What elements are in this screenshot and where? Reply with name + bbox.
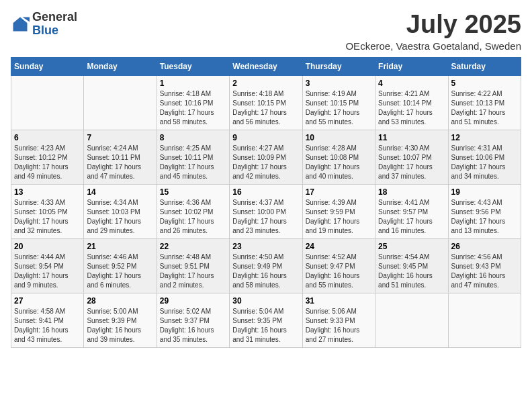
day-number: 2 bbox=[232, 79, 299, 88]
weekday-header-monday: Monday bbox=[84, 57, 157, 75]
day-number: 19 bbox=[451, 187, 518, 197]
day-content: Sunrise: 4:54 AM Sunset: 9:45 PM Dayligh… bbox=[378, 253, 445, 290]
title-block: July 2025 OEckeroe, Vaestra Goetaland, S… bbox=[345, 11, 521, 52]
day-content: Sunrise: 4:22 AM Sunset: 10:13 PM Daylig… bbox=[451, 89, 518, 127]
weekday-header-friday: Friday bbox=[375, 57, 448, 75]
calendar-cell: 2Sunrise: 4:18 AM Sunset: 10:15 PM Dayli… bbox=[230, 75, 302, 130]
calendar-cell bbox=[375, 293, 448, 347]
calendar-cell: 27Sunrise: 4:58 AM Sunset: 9:41 PM Dayli… bbox=[11, 293, 84, 347]
calendar-cell: 30Sunrise: 5:04 AM Sunset: 9:35 PM Dayli… bbox=[230, 293, 302, 347]
weekday-header-saturday: Saturday bbox=[448, 57, 521, 75]
calendar-cell: 14Sunrise: 4:34 AM Sunset: 10:03 PM Dayl… bbox=[84, 184, 157, 238]
day-number: 11 bbox=[378, 133, 445, 142]
weekday-header-tuesday: Tuesday bbox=[157, 57, 229, 75]
weekday-header-thursday: Thursday bbox=[302, 57, 375, 75]
calendar-cell: 29Sunrise: 5:02 AM Sunset: 9:37 PM Dayli… bbox=[157, 293, 229, 347]
day-content: Sunrise: 4:23 AM Sunset: 10:12 PM Daylig… bbox=[14, 144, 81, 181]
day-content: Sunrise: 4:37 AM Sunset: 10:00 PM Daylig… bbox=[232, 198, 299, 236]
calendar-cell: 1Sunrise: 4:18 AM Sunset: 10:16 PM Dayli… bbox=[157, 75, 229, 130]
day-content: Sunrise: 4:50 AM Sunset: 9:49 PM Dayligh… bbox=[232, 253, 299, 290]
day-content: Sunrise: 4:52 AM Sunset: 9:47 PM Dayligh… bbox=[306, 253, 372, 290]
day-content: Sunrise: 4:24 AM Sunset: 10:11 PM Daylig… bbox=[87, 144, 153, 181]
day-number: 14 bbox=[87, 187, 153, 197]
calendar-cell: 10Sunrise: 4:28 AM Sunset: 10:08 PM Dayl… bbox=[302, 130, 375, 184]
calendar-cell: 15Sunrise: 4:36 AM Sunset: 10:02 PM Dayl… bbox=[157, 184, 229, 238]
day-number: 26 bbox=[451, 242, 518, 251]
calendar-cell: 9Sunrise: 4:27 AM Sunset: 10:09 PM Dayli… bbox=[230, 130, 302, 184]
calendar-week-4: 20Sunrise: 4:44 AM Sunset: 9:54 PM Dayli… bbox=[11, 238, 521, 293]
day-number: 30 bbox=[232, 296, 299, 306]
calendar-table: SundayMondayTuesdayWednesdayThursdayFrid… bbox=[11, 57, 521, 348]
day-content: Sunrise: 4:30 AM Sunset: 10:07 PM Daylig… bbox=[378, 144, 445, 181]
calendar-cell bbox=[448, 293, 521, 347]
day-content: Sunrise: 4:34 AM Sunset: 10:03 PM Daylig… bbox=[87, 198, 153, 236]
day-content: Sunrise: 5:02 AM Sunset: 9:37 PM Dayligh… bbox=[160, 307, 226, 345]
day-content: Sunrise: 4:36 AM Sunset: 10:02 PM Daylig… bbox=[160, 198, 226, 236]
day-number: 9 bbox=[232, 133, 299, 142]
day-content: Sunrise: 5:06 AM Sunset: 9:33 PM Dayligh… bbox=[306, 307, 372, 345]
calendar-cell: 31Sunrise: 5:06 AM Sunset: 9:33 PM Dayli… bbox=[302, 293, 375, 347]
calendar-cell: 24Sunrise: 4:52 AM Sunset: 9:47 PM Dayli… bbox=[302, 238, 375, 293]
month-title: July 2025 bbox=[345, 11, 521, 39]
day-number: 12 bbox=[451, 133, 518, 142]
calendar-week-1: 1Sunrise: 4:18 AM Sunset: 10:16 PM Dayli… bbox=[11, 75, 521, 130]
day-content: Sunrise: 4:39 AM Sunset: 9:59 PM Dayligh… bbox=[306, 198, 372, 236]
calendar-cell: 11Sunrise: 4:30 AM Sunset: 10:07 PM Dayl… bbox=[375, 130, 448, 184]
logo-icon bbox=[11, 15, 30, 34]
day-number: 17 bbox=[306, 187, 372, 197]
day-number: 27 bbox=[14, 296, 81, 306]
calendar-cell: 18Sunrise: 4:41 AM Sunset: 9:57 PM Dayli… bbox=[375, 184, 448, 238]
day-content: Sunrise: 4:46 AM Sunset: 9:52 PM Dayligh… bbox=[87, 253, 153, 290]
day-number: 10 bbox=[306, 133, 372, 142]
calendar-cell: 8Sunrise: 4:25 AM Sunset: 10:11 PM Dayli… bbox=[157, 130, 229, 184]
logo: General Blue bbox=[11, 11, 77, 38]
day-number: 22 bbox=[160, 242, 226, 251]
day-number: 18 bbox=[378, 187, 445, 197]
calendar-cell: 21Sunrise: 4:46 AM Sunset: 9:52 PM Dayli… bbox=[84, 238, 157, 293]
day-number: 1 bbox=[160, 79, 226, 88]
day-number: 3 bbox=[306, 79, 372, 88]
calendar-cell bbox=[11, 75, 84, 130]
day-number: 16 bbox=[232, 187, 299, 197]
calendar-cell: 23Sunrise: 4:50 AM Sunset: 9:49 PM Dayli… bbox=[230, 238, 302, 293]
day-number: 29 bbox=[160, 296, 226, 306]
calendar-cell: 12Sunrise: 4:31 AM Sunset: 10:06 PM Dayl… bbox=[448, 130, 521, 184]
day-number: 8 bbox=[160, 133, 226, 142]
page-header: General Blue July 2025 OEckeroe, Vaestra… bbox=[11, 11, 521, 52]
logo-general-text: General bbox=[32, 10, 77, 24]
calendar-cell: 20Sunrise: 4:44 AM Sunset: 9:54 PM Dayli… bbox=[11, 238, 84, 293]
day-content: Sunrise: 5:00 AM Sunset: 9:39 PM Dayligh… bbox=[87, 307, 153, 345]
location-title: OEckeroe, Vaestra Goetaland, Sweden bbox=[345, 40, 521, 52]
calendar-cell: 5Sunrise: 4:22 AM Sunset: 10:13 PM Dayli… bbox=[448, 75, 521, 130]
day-number: 5 bbox=[451, 79, 518, 88]
day-content: Sunrise: 4:18 AM Sunset: 10:15 PM Daylig… bbox=[232, 89, 299, 127]
day-content: Sunrise: 4:27 AM Sunset: 10:09 PM Daylig… bbox=[232, 144, 299, 181]
day-number: 21 bbox=[87, 242, 153, 251]
day-content: Sunrise: 4:56 AM Sunset: 9:43 PM Dayligh… bbox=[451, 253, 518, 290]
logo-blue-text: Blue bbox=[32, 24, 58, 37]
calendar-week-2: 6Sunrise: 4:23 AM Sunset: 10:12 PM Dayli… bbox=[11, 130, 521, 184]
calendar-cell bbox=[84, 75, 157, 130]
day-number: 23 bbox=[232, 242, 299, 251]
weekday-header-row: SundayMondayTuesdayWednesdayThursdayFrid… bbox=[11, 57, 521, 75]
calendar-cell: 19Sunrise: 4:43 AM Sunset: 9:56 PM Dayli… bbox=[448, 184, 521, 238]
calendar-cell: 26Sunrise: 4:56 AM Sunset: 9:43 PM Dayli… bbox=[448, 238, 521, 293]
calendar-cell: 7Sunrise: 4:24 AM Sunset: 10:11 PM Dayli… bbox=[84, 130, 157, 184]
day-content: Sunrise: 4:41 AM Sunset: 9:57 PM Dayligh… bbox=[378, 198, 445, 236]
day-content: Sunrise: 5:04 AM Sunset: 9:35 PM Dayligh… bbox=[232, 307, 299, 345]
day-content: Sunrise: 4:28 AM Sunset: 10:08 PM Daylig… bbox=[306, 144, 372, 181]
day-number: 20 bbox=[14, 242, 81, 251]
day-number: 15 bbox=[160, 187, 226, 197]
calendar-cell: 13Sunrise: 4:33 AM Sunset: 10:05 PM Dayl… bbox=[11, 184, 84, 238]
calendar-cell: 28Sunrise: 5:00 AM Sunset: 9:39 PM Dayli… bbox=[84, 293, 157, 347]
calendar-cell: 16Sunrise: 4:37 AM Sunset: 10:00 PM Dayl… bbox=[230, 184, 302, 238]
day-content: Sunrise: 4:48 AM Sunset: 9:51 PM Dayligh… bbox=[160, 253, 226, 290]
calendar-cell: 25Sunrise: 4:54 AM Sunset: 9:45 PM Dayli… bbox=[375, 238, 448, 293]
day-content: Sunrise: 4:31 AM Sunset: 10:06 PM Daylig… bbox=[451, 144, 518, 181]
calendar-cell: 17Sunrise: 4:39 AM Sunset: 9:59 PM Dayli… bbox=[302, 184, 375, 238]
day-number: 4 bbox=[378, 79, 445, 88]
day-content: Sunrise: 4:21 AM Sunset: 10:14 PM Daylig… bbox=[378, 89, 445, 127]
day-content: Sunrise: 4:25 AM Sunset: 10:11 PM Daylig… bbox=[160, 144, 226, 181]
calendar-cell: 3Sunrise: 4:19 AM Sunset: 10:15 PM Dayli… bbox=[302, 75, 375, 130]
weekday-header-sunday: Sunday bbox=[11, 57, 84, 75]
